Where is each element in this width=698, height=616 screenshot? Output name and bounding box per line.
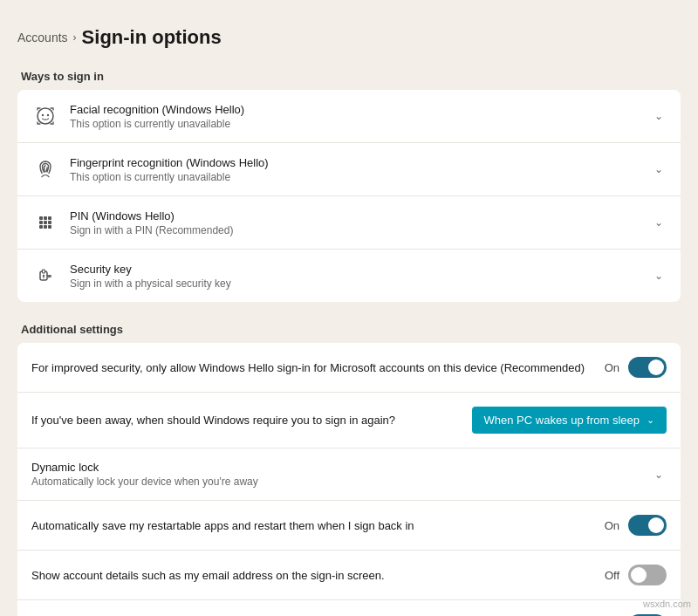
pin-sublabel: Sign in with a PIN (Recommended) bbox=[70, 224, 651, 236]
dropdown-label: When PC wakes up from sleep bbox=[484, 414, 640, 427]
restart-apps-toggle[interactable] bbox=[628, 515, 667, 536]
dropdown-chevron-icon: ⌄ bbox=[647, 414, 654, 426]
security-key-sublabel: Sign in with a physical security key bbox=[70, 277, 651, 290]
svg-rect-11 bbox=[48, 225, 51, 229]
account-details-text: Show account details such as my email ad… bbox=[31, 569, 605, 582]
facial-recognition-sublabel: This option is currently unavailable bbox=[70, 118, 651, 130]
account-details-toggle[interactable] bbox=[628, 565, 667, 585]
breadcrumb: Accounts › Sign-in options bbox=[17, 26, 681, 49]
security-key-text: Security key Sign in with a physical sec… bbox=[70, 263, 651, 290]
security-key-chevron-icon: ⌄ bbox=[651, 266, 667, 285]
svg-point-0 bbox=[38, 108, 53, 124]
svg-rect-5 bbox=[48, 216, 51, 220]
security-key-item[interactable]: Security key Sign in with a physical sec… bbox=[17, 250, 681, 302]
facial-recognition-text: Facial recognition (Windows Hello) This … bbox=[70, 103, 651, 130]
svg-rect-3 bbox=[39, 216, 43, 220]
windows-hello-ms-accounts-text: For improved security, only allow Window… bbox=[31, 361, 605, 374]
svg-rect-9 bbox=[39, 225, 43, 229]
svg-rect-6 bbox=[39, 221, 43, 224]
security-key-label: Security key bbox=[70, 263, 651, 276]
restart-apps-text: Automatically save my restartable apps a… bbox=[31, 519, 605, 532]
dynamic-lock-label: Dynamic lock bbox=[31, 461, 651, 474]
dynamic-lock-chevron-icon: ⌄ bbox=[651, 465, 667, 484]
facial-recognition-label: Facial recognition (Windows Hello) bbox=[70, 103, 651, 116]
windows-hello-toggle-label: On bbox=[605, 361, 619, 374]
face-icon bbox=[31, 102, 59, 130]
additional-settings-group: For improved security, only allow Window… bbox=[17, 343, 681, 616]
account-details-toggle-label: Off bbox=[605, 569, 619, 582]
svg-point-1 bbox=[42, 114, 44, 116]
svg-point-2 bbox=[47, 114, 49, 116]
toggle-knob bbox=[648, 359, 664, 375]
page-title: Sign-in options bbox=[82, 26, 222, 49]
ways-to-sign-in-section-title: Ways to sign in bbox=[17, 70, 681, 83]
pin-icon bbox=[31, 209, 59, 236]
svg-rect-13 bbox=[43, 270, 45, 273]
svg-point-14 bbox=[43, 275, 44, 277]
dynamic-lock-sublabel: Automatically lock your device when you'… bbox=[31, 476, 651, 488]
svg-rect-4 bbox=[44, 216, 47, 220]
fingerprint-recognition-label: Fingerprint recognition (Windows Hello) bbox=[70, 156, 651, 169]
dynamic-lock-item[interactable]: Dynamic lock Automatically lock your dev… bbox=[17, 448, 681, 501]
breadcrumb-accounts-link[interactable]: Accounts bbox=[17, 31, 68, 44]
restart-apps-row: Automatically save my restartable apps a… bbox=[17, 501, 681, 551]
sign-in-methods-group: Facial recognition (Windows Hello) This … bbox=[17, 90, 681, 302]
fingerprint-recognition-item[interactable]: Fingerprint recognition (Windows Hello) … bbox=[17, 143, 681, 196]
require-sign-in-text: If you've been away, when should Windows… bbox=[31, 414, 472, 427]
pin-label: PIN (Windows Hello) bbox=[70, 209, 651, 222]
require-sign-in-row: If you've been away, when should Windows… bbox=[17, 393, 681, 448]
account-details-row: Show account details such as my email ad… bbox=[17, 551, 681, 600]
sign-in-info-row: Use my sign-in info to automatically fin… bbox=[17, 600, 681, 616]
pin-text: PIN (Windows Hello) Sign in with a PIN (… bbox=[70, 209, 651, 236]
facial-recognition-item[interactable]: Facial recognition (Windows Hello) This … bbox=[17, 90, 681, 143]
facial-recognition-chevron-icon: ⌄ bbox=[651, 106, 667, 126]
require-sign-in-dropdown[interactable]: When PC wakes up from sleep ⌄ bbox=[472, 407, 667, 434]
toggle-knob bbox=[648, 517, 664, 533]
pin-chevron-icon: ⌄ bbox=[651, 213, 667, 232]
pin-item[interactable]: PIN (Windows Hello) Sign in with a PIN (… bbox=[17, 196, 681, 250]
additional-settings-section-title: Additional settings bbox=[17, 323, 681, 336]
breadcrumb-chevron-icon: › bbox=[73, 31, 77, 44]
toggle-knob bbox=[631, 567, 647, 583]
fingerprint-recognition-sublabel: This option is currently unavailable bbox=[70, 171, 651, 183]
svg-rect-7 bbox=[44, 221, 47, 224]
restart-apps-toggle-label: On bbox=[605, 519, 619, 532]
windows-hello-ms-accounts-row: For improved security, only allow Window… bbox=[17, 343, 681, 393]
windows-hello-toggle[interactable] bbox=[628, 357, 667, 378]
fingerprint-recognition-chevron-icon: ⌄ bbox=[651, 160, 667, 179]
fingerprint-icon bbox=[31, 155, 59, 183]
svg-rect-10 bbox=[44, 225, 47, 229]
dynamic-lock-text: Dynamic lock Automatically lock your dev… bbox=[31, 461, 651, 488]
watermark: wsxdn.com bbox=[643, 599, 691, 609]
key-icon bbox=[31, 262, 59, 290]
fingerprint-recognition-text: Fingerprint recognition (Windows Hello) … bbox=[70, 156, 651, 183]
svg-rect-8 bbox=[48, 221, 51, 224]
